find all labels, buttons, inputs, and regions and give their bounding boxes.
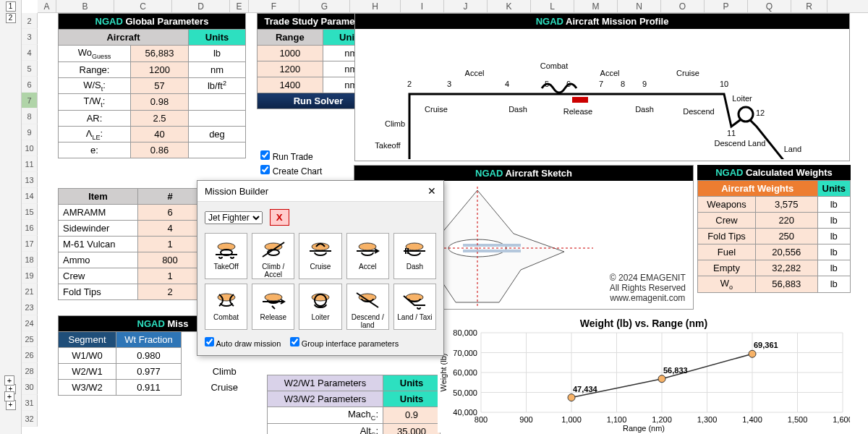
- run-trade-checkbox[interactable]: Run Trade: [260, 150, 313, 162]
- row-expand-2[interactable]: +: [4, 391, 14, 401]
- svg-text:47,434: 47,434: [573, 385, 598, 393]
- segment-btn-descend-land[interactable]: Descend / land: [346, 284, 389, 330]
- param-units: lb: [189, 46, 246, 62]
- svg-text:5: 5: [545, 80, 549, 88]
- trade-range[interactable]: 1400: [258, 77, 323, 93]
- alt-label: AltC:: [268, 423, 383, 434]
- svg-text:2: 2: [407, 80, 412, 88]
- group-params-checkbox[interactable]: Group interface parameters: [290, 339, 399, 348]
- svg-text:3: 3: [447, 80, 451, 88]
- weight-name: Wo: [698, 276, 756, 293]
- param-value[interactable]: 0.86: [131, 142, 189, 158]
- svg-text:1,500: 1,500: [788, 415, 808, 424]
- weight-name: Empty: [698, 260, 756, 276]
- weight-units: lb: [817, 197, 851, 213]
- auto-draw-checkbox[interactable]: Auto draw mission: [205, 339, 281, 348]
- weight-value: 250: [756, 229, 818, 244]
- segment-btn-release[interactable]: Release: [252, 284, 294, 330]
- segment-name: W1/W0: [59, 348, 116, 364]
- svg-text:800: 800: [475, 415, 488, 424]
- param-units: [189, 110, 246, 126]
- item-header: Item: [59, 189, 138, 205]
- svg-text:Cruise: Cruise: [425, 105, 448, 114]
- segment-btn-dash[interactable]: Dash: [393, 233, 436, 279]
- extra-units-2: Units: [383, 391, 441, 407]
- svg-text:1,600: 1,600: [833, 415, 850, 424]
- param-value[interactable]: 40: [131, 126, 189, 142]
- segment-btn-accel[interactable]: Accel: [346, 233, 389, 279]
- svg-text:1,100: 1,100: [607, 415, 627, 424]
- svg-text:Combat: Combat: [540, 61, 569, 70]
- svg-text:Weight (lb): Weight (lb): [439, 354, 448, 392]
- aircraft-header: Aircraft: [59, 30, 189, 46]
- weight-name: Fuel: [698, 244, 756, 260]
- copyright-block: © 2024 EMAGENIT All Rights Reserved www.…: [610, 273, 686, 303]
- segment-btn-takeoff[interactable]: TakeOff: [205, 233, 247, 279]
- param-value[interactable]: 2.5: [131, 110, 189, 126]
- param-units: [189, 94, 246, 111]
- weight-range-chart: Weight (lb) vs. Range (nm)40,00050,00060…: [438, 317, 850, 433]
- weight-units: lb: [817, 260, 851, 276]
- weight-units: lb: [817, 244, 851, 260]
- segment-name: W3/W2: [59, 380, 116, 396]
- svg-text:8: 8: [621, 80, 625, 88]
- item-name: AMRAMM: [59, 205, 138, 221]
- row-expand-1[interactable]: +: [4, 375, 14, 386]
- item-qty[interactable]: 1: [138, 237, 203, 252]
- svg-text:56,833: 56,833: [663, 366, 688, 375]
- item-qty[interactable]: 1: [138, 268, 203, 284]
- svg-rect-34: [463, 250, 521, 252]
- param-value[interactable]: 57: [131, 77, 189, 94]
- param-value[interactable]: 56,883: [131, 46, 189, 62]
- svg-text:Weight (lb) vs. Range (nm): Weight (lb) vs. Range (nm): [580, 318, 707, 329]
- svg-point-78: [359, 243, 376, 250]
- weight-value: 220: [756, 213, 818, 229]
- segment-btn-land-taxi[interactable]: Land / Taxi: [393, 284, 436, 330]
- item-qty[interactable]: 800: [138, 252, 203, 268]
- global-params-header: NGAD Global Parameters: [59, 14, 246, 30]
- item-qty[interactable]: 2: [138, 284, 203, 300]
- weight-name: Crew: [698, 213, 756, 229]
- segment-btn-loiter[interactable]: Loiter: [299, 284, 341, 330]
- svg-text:Descend Land: Descend Land: [715, 139, 766, 148]
- param-label: WoGuess: [59, 46, 131, 62]
- param-units: lb/ft2: [189, 77, 246, 94]
- mission-profile-panel: NGAD Aircraft Mission Profile 01 234 567…: [354, 13, 850, 161]
- svg-text:Accel: Accel: [600, 69, 620, 77]
- mach-value[interactable]: 0.9: [383, 407, 441, 424]
- alt-value[interactable]: 35,000: [383, 423, 441, 434]
- item-name: Crew: [59, 268, 138, 284]
- svg-text:4: 4: [505, 80, 509, 88]
- item-qty[interactable]: 4: [138, 221, 203, 237]
- range-header: Range: [258, 30, 323, 46]
- param-label: T/Wt:: [59, 94, 131, 111]
- item-qty[interactable]: 6: [138, 205, 203, 221]
- svg-text:10: 10: [720, 80, 728, 88]
- weight-value: 3,575: [756, 197, 818, 213]
- create-chart-checkbox[interactable]: Create Chart: [260, 165, 322, 176]
- outline-level-2[interactable]: 2: [6, 13, 16, 23]
- trade-range[interactable]: 1200: [258, 61, 323, 77]
- aircraft-type-select[interactable]: Jet Fighter: [205, 211, 263, 224]
- segment-btn-combat[interactable]: Combat: [205, 284, 247, 330]
- mach-label: MachC:: [268, 407, 383, 424]
- outline-expand-2[interactable]: +: [6, 400, 16, 410]
- svg-text:9: 9: [642, 80, 647, 88]
- param-units: [189, 142, 246, 158]
- svg-text:12: 12: [756, 109, 765, 117]
- clear-button[interactable]: X: [270, 209, 289, 226]
- svg-point-73: [749, 350, 756, 357]
- outline-level-1[interactable]: 1: [6, 1, 16, 12]
- svg-text:80,000: 80,000: [453, 328, 477, 337]
- svg-text:1,000: 1,000: [561, 415, 582, 424]
- param-value[interactable]: 0.98: [131, 94, 189, 111]
- row-headers[interactable]: 2345678910111314151617181921232425262830…: [22, 13, 38, 427]
- svg-point-69: [568, 394, 575, 401]
- segment-btn-climb-accel[interactable]: Climb / Accel: [252, 233, 294, 279]
- column-headers[interactable]: ABCDEFGHIJKLMNOPQR: [38, 0, 868, 13]
- dialog-close-button[interactable]: ✕: [427, 185, 436, 197]
- param-value[interactable]: 1200: [131, 61, 189, 77]
- extra-params-table: W2/W1 ParametersUnits W3/W2 ParametersUn…: [267, 375, 441, 434]
- trade-range[interactable]: 1000: [258, 46, 323, 61]
- segment-btn-cruise[interactable]: Cruise: [299, 233, 341, 279]
